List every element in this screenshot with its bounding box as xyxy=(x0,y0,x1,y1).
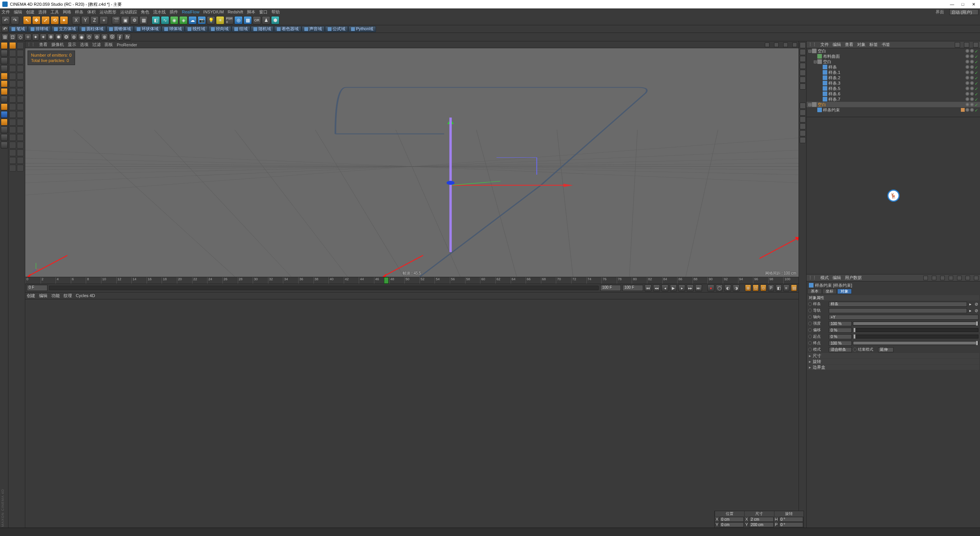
dope-icon[interactable]: ▤ xyxy=(791,284,797,291)
enable-icon[interactable]: ✓ xyxy=(975,103,978,106)
vis-editor-icon[interactable] xyxy=(965,108,969,112)
render-region-icon[interactable]: ▣ xyxy=(121,16,129,25)
vis-editor-icon[interactable] xyxy=(965,103,969,106)
materials-panel[interactable] xyxy=(25,299,799,528)
mat-tab[interactable]: 纹理 xyxy=(64,293,72,299)
timeline-scroll[interactable] xyxy=(49,286,599,290)
object-mode-icon[interactable] xyxy=(1,50,8,57)
hud3-icon[interactable] xyxy=(800,56,806,62)
vp-menu-查看[interactable]: 查看 xyxy=(39,42,47,47)
tree-row[interactable]: 样条.7✓ xyxy=(807,96,980,102)
object-tree[interactable]: ⊟空白✓布料曲面✓⊟空白✓样条✓样条.1✓样条.2✓样条.3✓样条.5✓样条.6… xyxy=(807,48,980,117)
mograph-icon[interactable]: ◎ xyxy=(234,16,243,25)
attr-collapse-row[interactable]: ▸旋转 xyxy=(807,359,979,364)
enable-icon[interactable]: ✓ xyxy=(975,65,978,69)
attr-opt2-icon[interactable] xyxy=(957,276,962,280)
size-input[interactable]: 2 cm xyxy=(749,517,773,522)
vis-render-icon[interactable] xyxy=(970,108,974,112)
enable-icon[interactable]: ✓ xyxy=(975,87,978,90)
tree-row[interactable]: 样条.2✓ xyxy=(807,75,980,80)
om-tab[interactable]: 标签 xyxy=(869,42,878,47)
field-btn[interactable]: 线性域 xyxy=(185,26,208,32)
snap-move-icon[interactable] xyxy=(9,42,16,49)
to-input[interactable]: 100 % xyxy=(829,341,852,346)
play-icon[interactable]: ▶ xyxy=(670,284,677,291)
generator-icon[interactable]: ◉ xyxy=(170,16,178,25)
offset-input[interactable]: 0 % xyxy=(829,328,852,333)
snap-m-icon[interactable] xyxy=(9,96,16,103)
menu-工具[interactable]: 工具 xyxy=(51,9,59,15)
fx14-icon[interactable]: ⊗ xyxy=(101,34,108,41)
end-frame-input[interactable]: 100 F xyxy=(600,285,621,291)
vis-editor-icon[interactable] xyxy=(965,49,969,53)
link-pick-icon[interactable]: ▸ xyxy=(968,302,973,306)
scale-tool-icon[interactable]: ⤢ xyxy=(41,16,50,25)
om-tab[interactable]: 查看 xyxy=(845,42,853,47)
fx5-icon[interactable]: ✦ xyxy=(32,34,39,41)
om-filter-icon[interactable] xyxy=(964,42,969,47)
link-clear-icon[interactable]: ⊘ xyxy=(974,308,978,313)
vp-menu-过滤[interactable]: 过滤 xyxy=(92,42,101,47)
vp-grip-icon[interactable]: ⋮⋮ xyxy=(27,42,35,47)
field-btn[interactable]: 组域 xyxy=(232,26,250,32)
hud5-icon[interactable] xyxy=(800,70,806,76)
fx6-icon[interactable]: ✶ xyxy=(40,34,47,41)
deformer-icon[interactable]: ◈ xyxy=(179,16,188,25)
tweak-mode-icon[interactable] xyxy=(1,103,8,110)
snap-z-icon[interactable] xyxy=(17,142,24,149)
snap-k-icon[interactable] xyxy=(9,88,16,95)
snap-l-icon[interactable] xyxy=(17,88,24,95)
attr-tab[interactable]: 用户数据 xyxy=(845,275,862,281)
undo-icon[interactable]: ↶ xyxy=(2,16,10,25)
param-key-icon[interactable]: P xyxy=(768,284,774,291)
menu-INSYDIUM[interactable]: INSYDIUM xyxy=(203,10,224,14)
field-btn[interactable]: 声音域 xyxy=(302,26,325,32)
hud10-icon[interactable] xyxy=(800,116,806,123)
rotate-tool-icon[interactable]: ⟲ xyxy=(51,16,59,25)
or-icon[interactable]: OR xyxy=(253,16,261,25)
vis-editor-icon[interactable] xyxy=(965,87,969,90)
rail-link-field[interactable] xyxy=(829,308,967,313)
fx13-icon[interactable]: ⊚ xyxy=(93,34,100,41)
hud8-icon[interactable] xyxy=(800,103,806,109)
fx12-icon[interactable]: ⊙ xyxy=(86,34,93,41)
x-axis-icon[interactable]: X xyxy=(72,16,80,25)
enable-icon[interactable]: ✓ xyxy=(975,97,978,101)
light-icon[interactable]: 💡 xyxy=(207,16,215,25)
vis-render-icon[interactable] xyxy=(970,92,974,96)
snap-u-icon[interactable] xyxy=(9,126,16,133)
vp-nav1-icon[interactable] xyxy=(765,42,769,47)
field-btn[interactable]: 立方体域 xyxy=(51,26,78,32)
tree-row[interactable]: 样条.6✓ xyxy=(807,91,980,96)
enable-icon[interactable]: ✓ xyxy=(975,54,978,58)
tree-row[interactable]: ⊟空白✓ xyxy=(807,48,980,54)
attr-fwd-icon[interactable] xyxy=(932,276,936,280)
vis-editor-icon[interactable] xyxy=(965,54,969,58)
field-btn[interactable]: 公式域 xyxy=(325,26,348,32)
prev-key-icon[interactable]: ◂◂ xyxy=(653,284,660,291)
picture-viewer-icon[interactable]: ▦ xyxy=(139,16,148,25)
vis-editor-icon[interactable] xyxy=(965,70,969,74)
edge-mode-icon[interactable] xyxy=(1,80,8,87)
om-tab[interactable]: 文件 xyxy=(820,42,829,47)
goto-end-icon[interactable]: ⏭ xyxy=(695,284,702,291)
scl-key-icon[interactable]: ⊡ xyxy=(753,284,759,291)
select-tool-icon[interactable]: ↖ xyxy=(23,16,31,25)
offset-slider[interactable] xyxy=(853,328,978,332)
fields-undo-icon[interactable]: ↶ xyxy=(2,26,8,32)
attr-opt1-icon[interactable] xyxy=(949,276,953,280)
snap-r-icon[interactable] xyxy=(17,111,24,118)
fps-frame-input[interactable]: 100 F xyxy=(622,285,643,291)
menu-创建[interactable]: 创建 xyxy=(26,9,34,15)
snap-af-icon[interactable] xyxy=(17,165,24,172)
vis-render-icon[interactable] xyxy=(970,49,974,53)
fx17-icon[interactable]: fx xyxy=(124,34,131,41)
expand-icon[interactable]: ⊟ xyxy=(813,59,817,64)
model-mode-icon[interactable] xyxy=(1,42,8,49)
mat-tab[interactable]: Cycles 4D xyxy=(76,293,95,298)
hud6-icon[interactable] xyxy=(800,77,806,83)
vp-menu-ProRender[interactable]: ProRender xyxy=(117,42,137,47)
snap-a-icon[interactable] xyxy=(9,50,16,57)
bulb-icon[interactable]: ☀ xyxy=(216,16,224,25)
anim-dot[interactable] xyxy=(808,315,812,319)
